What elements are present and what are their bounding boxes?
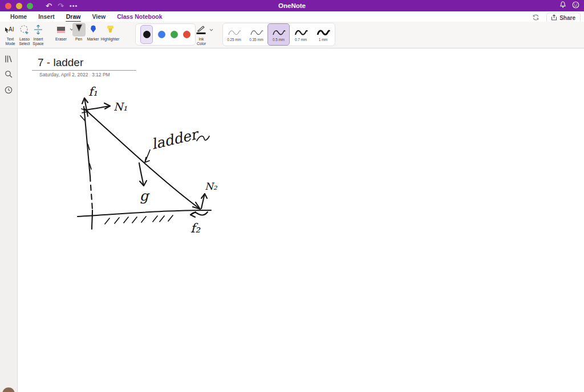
eraser-button[interactable]: Eraser — [51, 23, 71, 42]
ladder-label: ladder — [150, 125, 201, 153]
swatch-blue[interactable] — [158, 31, 165, 38]
ladder-label-arrow — [145, 150, 150, 162]
user-avatar[interactable]: HD — [2, 387, 15, 392]
insert-space-label: Insert — [34, 37, 43, 41]
recent-notes-clock-icon[interactable] — [0, 86, 17, 94]
thickness-07mm[interactable]: 0.7 mm — [290, 23, 312, 46]
page-time: 3:12 PM — [92, 72, 110, 77]
ink-color-label: Ink — [198, 37, 204, 41]
onenote-window: ↶ ↷ ••• OneNote Home Insert Draw View Cl… — [0, 0, 584, 392]
ladder-ink-drawing[interactable]: f₁ N₁ ladder g — [69, 80, 240, 246]
wall-line — [84, 107, 90, 176]
notifications-bell-icon[interactable] — [559, 1, 566, 11]
wall-line-dashed — [90, 176, 92, 210]
insert-space-icon — [33, 23, 43, 36]
swatch-red[interactable] — [183, 31, 190, 38]
tab-draw[interactable]: Draw — [66, 13, 81, 20]
f1-label: f₁ — [88, 85, 98, 99]
note-page[interactable]: 7 - ladder Saturday, April 2, 2022 3:12 … — [18, 48, 584, 392]
ink-color-chevron-icon[interactable] — [209, 28, 213, 31]
thickness-05mm[interactable]: 0.5 mm — [267, 23, 290, 46]
text-mode-icon: AI — [5, 23, 16, 36]
insert-space-button[interactable]: InsertSpace — [29, 23, 48, 46]
highlighter-icon — [106, 23, 115, 36]
n2-label: N₂ — [205, 181, 218, 192]
thickness-035mm[interactable]: 0.35 mm — [245, 23, 267, 46]
account-smiley-icon[interactable] — [572, 1, 579, 11]
titlebar: ↶ ↷ ••• OneNote — [0, 0, 584, 11]
thickness-group: 0.25 mm 0.35 mm 0.5 mm 0.7 mm 1 mm — [222, 23, 335, 46]
search-icon[interactable] — [0, 70, 17, 78]
swatch-green[interactable] — [171, 31, 178, 38]
ladder-label-flourish — [197, 136, 209, 141]
ink-swatch-group — [135, 23, 196, 46]
swatch-black[interactable] — [143, 31, 151, 38]
tab-insert[interactable]: Insert — [38, 13, 55, 20]
share-icon — [551, 14, 557, 22]
tab-class-notebook[interactable]: Class Notebook — [117, 13, 162, 20]
wall-line-below-ground — [92, 210, 92, 229]
pen-label: Pen — [75, 37, 82, 41]
tab-view[interactable]: View — [92, 13, 106, 20]
thickness-025mm[interactable]: 0.25 mm — [223, 23, 245, 46]
draw-toolbar: AI TextMode LassoSelect InsertSpace Eras… — [0, 22, 584, 48]
g-label: g — [140, 188, 150, 204]
left-sidebar: HD — [0, 48, 18, 392]
app-title: OneNote — [0, 2, 584, 9]
title-underline — [32, 70, 136, 71]
thickness-1mm[interactable]: 1 mm — [312, 23, 334, 46]
marker-button[interactable]: Marker — [83, 23, 103, 42]
text-mode-label: Text — [7, 37, 14, 41]
f2-label: f₂ — [190, 221, 201, 235]
ink-color-button[interactable]: InkColor — [192, 23, 211, 46]
n1-label: N₁ — [113, 100, 127, 113]
ground-hatching — [105, 215, 173, 224]
page-date: Saturday, April 2, 2022 — [39, 72, 88, 77]
ink-color-icon — [196, 23, 207, 36]
ribbon-tab-row: Home Insert Draw View Class Notebook Sha… — [0, 11, 584, 22]
eraser-icon — [56, 23, 66, 36]
svg-text:AI: AI — [9, 26, 14, 32]
highlighter-label: Highlighter — [101, 37, 120, 41]
share-label: Share — [559, 15, 575, 21]
tab-home[interactable]: Home — [10, 13, 27, 20]
marker-label: Marker — [87, 37, 99, 41]
marker-icon — [89, 23, 98, 36]
page-title[interactable]: 7 - ladder — [38, 56, 83, 69]
eraser-label: Eraser — [55, 37, 67, 41]
highlighter-button[interactable]: Highlighter — [100, 23, 120, 42]
notebooks-library-icon[interactable] — [0, 55, 17, 63]
swatch-black-selected[interactable] — [140, 25, 153, 44]
